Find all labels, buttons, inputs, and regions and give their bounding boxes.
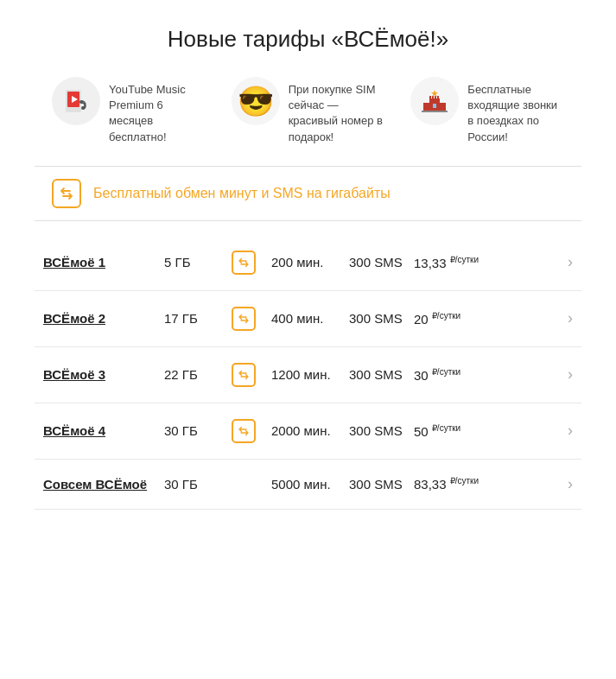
tariff-exchange-icon-wrap	[225, 251, 263, 275]
svg-rect-8	[435, 96, 436, 99]
tariff-row[interactable]: ВСЁмоё 4 30 ГБ 2000 мин. 300 SMS 50 ₽/су…	[35, 403, 581, 460]
exchange-icon	[232, 307, 256, 331]
exchange-icon	[232, 251, 256, 275]
tariff-gb: 17 ГБ	[164, 311, 225, 326]
tariff-price: 20 ₽/сутки	[414, 311, 556, 327]
tariff-sms: 300 SMS	[349, 311, 414, 326]
tariff-name: Совсем ВСЁмоё	[43, 477, 164, 492]
tariff-chevron-right-icon: ›	[556, 365, 573, 384]
tariff-list: ВСЁмоё 1 5 ГБ 200 мин. 300 SMS 13,33 ₽/с…	[35, 235, 581, 510]
feature-calls-free-text: Бесплатные входящие звонки в поездках по…	[467, 77, 564, 145]
tariff-exchange-icon-wrap	[225, 307, 263, 331]
tariff-price: 83,33 ₽/сутки	[414, 476, 556, 492]
tariff-gb: 5 ГБ	[164, 255, 225, 270]
tariff-gb: 22 ГБ	[164, 367, 225, 382]
kremlin-icon	[410, 77, 459, 125]
svg-point-3	[81, 106, 85, 110]
svg-rect-9	[437, 96, 439, 99]
feature-sim-number-text: При покупке SIM сейчас — красивый номер …	[289, 77, 385, 145]
tariff-name: ВСЁмоё 2	[43, 311, 164, 326]
tariff-row[interactable]: ВСЁмоё 2 17 ГБ 400 мин. 300 SMS 20 ₽/сут…	[35, 291, 581, 347]
tariff-price-unit: ₽/сутки	[450, 255, 479, 264]
tariff-minutes: 400 мин.	[263, 311, 349, 326]
exchange-icon	[232, 363, 256, 387]
tariff-chevron-right-icon: ›	[556, 422, 573, 440]
tariff-chevron-right-icon: ›	[556, 253, 573, 271]
tariff-chevron-right-icon: ›	[556, 309, 573, 327]
tariff-price-unit: ₽/сутки	[432, 367, 460, 377]
tariff-exchange-icon-wrap	[225, 419, 263, 443]
svg-rect-6	[429, 96, 431, 99]
svg-rect-14	[422, 111, 448, 112]
exchange-banner: Бесплатный обмен минут и SMS на гигабайт…	[35, 166, 581, 221]
tariff-name: ВСЁмоё 1	[43, 255, 164, 270]
tariff-minutes: 1200 мин.	[263, 367, 349, 382]
tariff-row[interactable]: Совсем ВСЁмоё 30 ГБ 5000 мин. 300 SMS 83…	[35, 460, 581, 510]
svg-marker-10	[431, 90, 438, 97]
tariff-name: ВСЁмоё 3	[43, 367, 164, 382]
youtube-music-icon	[52, 77, 100, 125]
tariff-price: 13,33 ₽/сутки	[414, 255, 556, 270]
feature-calls-free: Бесплатные входящие звонки в поездках по…	[410, 77, 564, 145]
tariff-exchange-icon-wrap	[225, 363, 263, 387]
tariff-price-unit: ₽/сутки	[432, 423, 460, 433]
feature-youtube-music: YouTube Music Premium 6 месяцев бесплатн…	[52, 77, 206, 145]
tariff-sms: 300 SMS	[349, 255, 414, 270]
tariff-minutes: 2000 мин.	[263, 423, 349, 438]
exchange-banner-text: Бесплатный обмен минут и SMS на гигабайт…	[93, 186, 391, 201]
svg-point-4	[79, 100, 83, 104]
page-title: Новые тарифы «ВСЁмоё!»	[35, 26, 581, 53]
sim-number-icon: 😎	[232, 77, 280, 125]
tariff-minutes: 5000 мин.	[263, 477, 349, 492]
tariff-chevron-right-icon: ›	[556, 475, 573, 493]
page-container: Новые тарифы «ВСЁмоё!» YouTube Musi	[0, 0, 616, 536]
tariff-row[interactable]: ВСЁмоё 1 5 ГБ 200 мин. 300 SMS 13,33 ₽/с…	[35, 235, 581, 291]
exchange-banner-icon	[52, 179, 81, 208]
tariff-gb: 30 ГБ	[164, 423, 225, 438]
tariff-price-unit: ₽/сутки	[432, 311, 460, 320]
svg-rect-12	[439, 103, 446, 111]
tariff-sms: 300 SMS	[349, 367, 414, 382]
tariff-sms: 300 SMS	[349, 423, 414, 438]
feature-youtube-music-text: YouTube Music Premium 6 месяцев бесплатн…	[109, 77, 206, 145]
tariff-row[interactable]: ВСЁмоё 3 22 ГБ 1200 мин. 300 SMS 30 ₽/су…	[35, 347, 581, 403]
feature-sim-number: 😎 При покупке SIM сейчас — красивый номе…	[232, 77, 385, 145]
svg-rect-13	[433, 104, 436, 108]
tariff-minutes: 200 мин.	[263, 255, 349, 270]
tariff-sms: 300 SMS	[349, 477, 414, 492]
tariff-price: 30 ₽/сутки	[414, 367, 556, 383]
tariff-price-unit: ₽/сутки	[450, 476, 479, 485]
tariff-gb: 30 ГБ	[164, 477, 225, 492]
tariff-price: 50 ₽/сутки	[414, 423, 556, 439]
tariff-name: ВСЁмоё 4	[43, 423, 164, 438]
svg-rect-11	[423, 103, 430, 111]
exchange-icon	[232, 419, 256, 443]
features-row: YouTube Music Premium 6 месяцев бесплатн…	[35, 77, 581, 145]
